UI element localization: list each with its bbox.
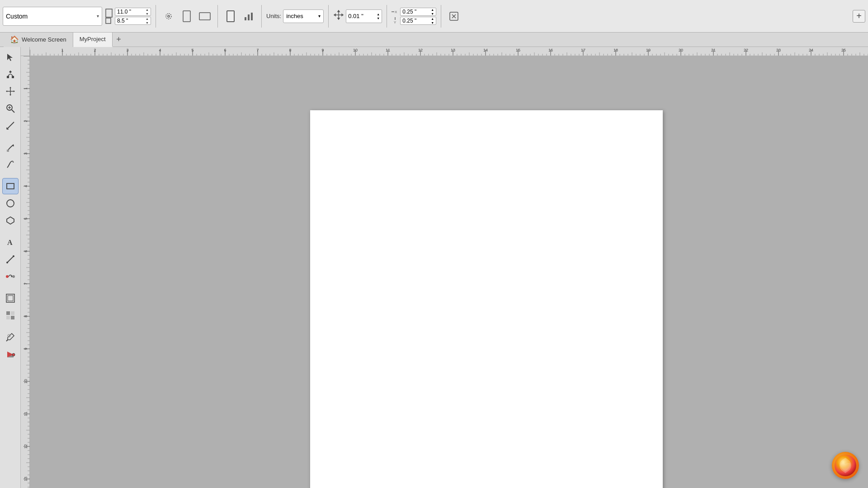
units-value: inches [286, 13, 303, 19]
page-view-buttons [160, 8, 213, 24]
svg-text:3: 3 [126, 48, 128, 52]
svg-text:15: 15 [516, 48, 520, 52]
svg-text:8: 8 [289, 48, 291, 52]
nudge-down[interactable]: ▼ [377, 16, 380, 20]
svg-point-43 [7, 200, 14, 207]
grid-y-down[interactable]: ▼ [431, 21, 434, 25]
tab-add-button[interactable]: + [113, 33, 125, 46]
frame-tool[interactable] [2, 290, 19, 306]
grid-x-up[interactable]: ▲ [431, 8, 434, 12]
svg-text:2: 2 [94, 48, 96, 52]
bar-chart-icon[interactable] [241, 8, 257, 24]
svg-text:4: 4 [24, 185, 28, 187]
grid-offset-y-input[interactable]: 0.25 " ▲ ▼ [400, 17, 436, 25]
svg-line-33 [12, 110, 14, 113]
grid-offset-x-input[interactable]: 0.25 " ▲ ▼ [400, 8, 436, 16]
sep4 [328, 5, 329, 28]
page-height-input[interactable]: 8.5 " ▲ ▼ [115, 17, 151, 25]
tab-welcome[interactable]: 🏠 Welcome Screen [4, 33, 73, 47]
select-tool[interactable] [2, 49, 19, 65]
single-page-icon[interactable] [222, 8, 239, 24]
pencil-tool[interactable] [2, 156, 19, 173]
units-dropdown[interactable]: inches ▾ [283, 9, 324, 23]
sep6 [441, 5, 441, 28]
ruler-content-row: 12345678910111213 [21, 56, 868, 488]
svg-point-50 [12, 275, 15, 278]
home-icon: 🏠 [10, 35, 19, 44]
sep5 [387, 5, 387, 28]
canvas-wrapper[interactable] [30, 56, 868, 488]
measure-tool[interactable] [2, 117, 19, 134]
svg-rect-55 [11, 311, 14, 315]
svg-text:18: 18 [613, 48, 618, 52]
sep3 [261, 5, 262, 28]
nudge-group: 0.01 " ▲ ▼ [333, 9, 382, 23]
portrait-icon[interactable] [179, 8, 195, 24]
units-label: Units: [266, 13, 281, 19]
svg-rect-23 [7, 76, 9, 78]
svg-rect-56 [6, 316, 10, 319]
eyedropper-tool[interactable] [2, 329, 19, 345]
nudge-input[interactable]: 0.01 " ▲ ▼ [346, 9, 382, 23]
resize-page-icon[interactable] [160, 8, 177, 24]
svg-rect-1 [106, 18, 111, 23]
svg-marker-14 [342, 14, 343, 16]
grid-y-spinners[interactable]: ▲ ▼ [431, 17, 434, 25]
svg-text:25: 25 [841, 48, 846, 52]
svg-marker-28 [9, 87, 11, 88]
nudge-spinners[interactable]: ▲ ▼ [377, 12, 380, 20]
svg-rect-40 [7, 150, 9, 152]
grid-offset-group: X 0.25 " ▲ ▼ Y 0.25 " ▲ ▼ [392, 8, 436, 25]
transform-tool[interactable] [2, 83, 19, 99]
svg-marker-44 [7, 217, 14, 224]
grid-x-down[interactable]: ▼ [431, 12, 434, 16]
fill-tool[interactable] [2, 346, 19, 362]
svg-point-60 [12, 353, 15, 356]
rectangle-tool[interactable] [2, 178, 19, 194]
main-toolbar: Custom ▾ 11.0 " ▲ ▼ 8.5 " ▲ ▼ [0, 0, 868, 33]
tab-bar: 🏠 Welcome Screen MyProject + [0, 33, 868, 47]
svg-text:20: 20 [679, 48, 683, 52]
expand-toolbar-icon[interactable] [446, 8, 462, 24]
nudge-up[interactable]: ▲ [377, 12, 380, 16]
polygon-tool[interactable] [2, 212, 19, 229]
height-up[interactable]: ▲ [146, 17, 149, 21]
grid-offset-y-row: Y 0.25 " ▲ ▼ [392, 17, 436, 25]
svg-text:17: 17 [581, 48, 585, 52]
canvas-page [310, 110, 663, 488]
page-size-dropdown-arrow: ▾ [97, 14, 99, 19]
svg-rect-42 [7, 183, 14, 189]
nudge-value: 0.01 " [348, 13, 363, 19]
width-down[interactable]: ▼ [146, 12, 149, 16]
height-down[interactable]: ▼ [146, 21, 149, 25]
add-button[interactable]: + [853, 10, 865, 23]
svg-point-48 [13, 255, 14, 257]
pattern-tool[interactable] [2, 307, 19, 324]
pen-tool[interactable] [2, 139, 19, 155]
svg-rect-4 [183, 11, 190, 22]
canvas-area: 1234567891011121314151617181920212223242… [21, 47, 868, 488]
height-spinners[interactable]: ▲ ▼ [146, 17, 149, 25]
width-spinners[interactable]: ▲ ▼ [146, 8, 149, 16]
landscape-icon[interactable] [197, 8, 213, 24]
width-up[interactable]: ▲ [146, 8, 149, 12]
connector-tool[interactable] [2, 268, 19, 285]
svg-rect-9 [248, 14, 250, 20]
svg-text:19: 19 [646, 48, 651, 52]
svg-rect-57 [11, 316, 14, 319]
svg-line-46 [7, 256, 14, 263]
tab-project[interactable]: MyProject [73, 33, 113, 47]
node-tool[interactable] [2, 66, 19, 82]
tab-welcome-label: Welcome Screen [22, 36, 66, 43]
grid-x-spinners[interactable]: ▲ ▼ [431, 8, 434, 16]
ellipse-tool[interactable] [2, 195, 19, 211]
svg-rect-5 [199, 13, 210, 20]
svg-marker-29 [9, 94, 11, 96]
grid-y-up[interactable]: ▲ [431, 17, 434, 21]
text-tool[interactable]: A [2, 234, 19, 250]
size-inputs: 11.0 " ▲ ▼ 8.5 " ▲ ▼ [115, 8, 151, 25]
page-width-input[interactable]: 11.0 " ▲ ▼ [115, 8, 151, 16]
page-size-dropdown[interactable]: Custom ▾ [3, 7, 102, 26]
line-tool[interactable] [2, 251, 19, 267]
zoom-tool[interactable] [2, 100, 19, 117]
